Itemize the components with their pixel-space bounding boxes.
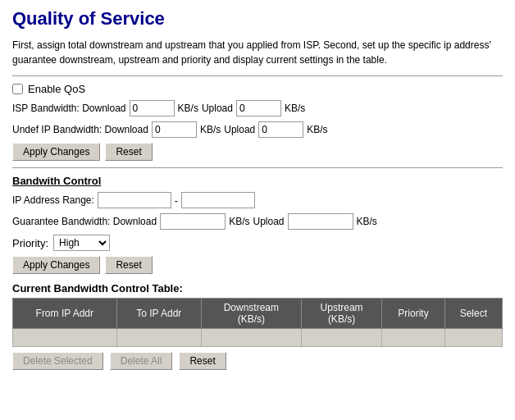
isp-download-input[interactable] [130,100,175,116]
undef-kbs1-label: KB/s [200,124,221,135]
table-section: Current Bandwidth Control Table: From IP… [12,282,503,370]
bandwidth-reset-button[interactable]: Reset [105,256,152,274]
divider-top [12,75,503,76]
undef-bandwidth-row: Undef IP Bandwidth: Download KB/s Upload… [12,121,503,138]
bandwidth-apply-button[interactable]: Apply Changes [12,256,100,274]
empty-cell-4 [301,329,382,347]
guarantee-bandwidth-row: Guarantee Bandwidth: Download KB/s Uploa… [12,213,503,230]
guarantee-upload-label: Upload [253,216,284,227]
empty-cell-3 [201,329,301,347]
enable-qos-row: Enable QoS [12,83,503,95]
col-select: Select [444,299,502,329]
isp-upload-input[interactable] [236,100,281,116]
isp-kbs2-label: KB/s [285,103,305,114]
empty-cell-2 [116,329,201,347]
qos-apply-button[interactable]: Apply Changes [12,143,100,161]
ip-range-dash: - [175,194,178,207]
qos-reset-button[interactable]: Reset [105,143,152,161]
guarantee-download-label: Guarantee Bandwidth: Download [12,216,157,227]
enable-qos-checkbox[interactable] [12,84,23,94]
guarantee-kbs1-label: KB/s [229,216,249,227]
ip-range-end-input[interactable] [181,192,255,208]
table-title: Current Bandwidth Control Table: [12,282,503,294]
undef-kbs2-label: KB/s [307,124,327,135]
priority-select[interactable]: High Medium Low [53,235,110,251]
bandwidth-btn-row: Apply Changes Reset [12,256,503,274]
isp-kbs1-label: KB/s [178,103,198,114]
bandwidth-table: From IP Addr To IP Addr Downstream(KB/s)… [12,298,503,347]
undef-upload-label: Upload [224,124,255,135]
empty-cell-1 [13,329,117,347]
ip-range-start-input[interactable] [98,192,171,208]
guarantee-upload-input[interactable] [288,213,353,230]
undef-upload-input[interactable] [258,121,303,138]
qos-btn-row: Apply Changes Reset [12,143,503,161]
col-to-ip: To IP Addr [116,299,201,329]
priority-label: Priority: [12,237,48,249]
delete-all-button[interactable]: Delete All [110,352,173,370]
divider-mid [12,167,503,168]
table-btn-row: Delete Selected Delete All Reset [12,352,503,370]
ip-range-row: IP Address Range: - [12,192,503,208]
bandwidth-section-title: Bandwith Control [12,175,503,187]
bandwidth-control-section: Bandwith Control IP Address Range: - Gua… [12,175,503,274]
undef-download-label: Undef IP Bandwidth: Download [12,124,148,135]
table-empty-row [13,329,503,347]
ip-range-label: IP Address Range: [12,194,94,206]
enable-qos-label: Enable QoS [28,83,85,95]
guarantee-kbs2-label: KB/s [357,216,377,227]
empty-cell-6 [444,329,502,347]
col-from-ip: From IP Addr [13,299,117,329]
priority-row: Priority: High Medium Low [12,235,503,251]
undef-download-input[interactable] [152,121,197,138]
table-header-row: From IP Addr To IP Addr Downstream(KB/s)… [13,299,503,329]
empty-cell-5 [382,329,444,347]
isp-upload-label: Upload [202,103,233,114]
col-downstream: Downstream(KB/s) [201,299,301,329]
col-upstream: Upstream(KB/s) [301,299,382,329]
isp-download-label: ISP Bandwidth: Download [12,103,126,114]
table-reset-button[interactable]: Reset [179,352,226,370]
col-priority: Priority [382,299,444,329]
isp-bandwidth-row: ISP Bandwidth: Download KB/s Upload KB/s [12,100,503,116]
delete-selected-button[interactable]: Delete Selected [12,352,103,370]
page-description: First, assign total downstream and upstr… [12,38,503,67]
page-title: Quality of Service [12,8,503,30]
guarantee-download-input[interactable] [160,213,226,230]
